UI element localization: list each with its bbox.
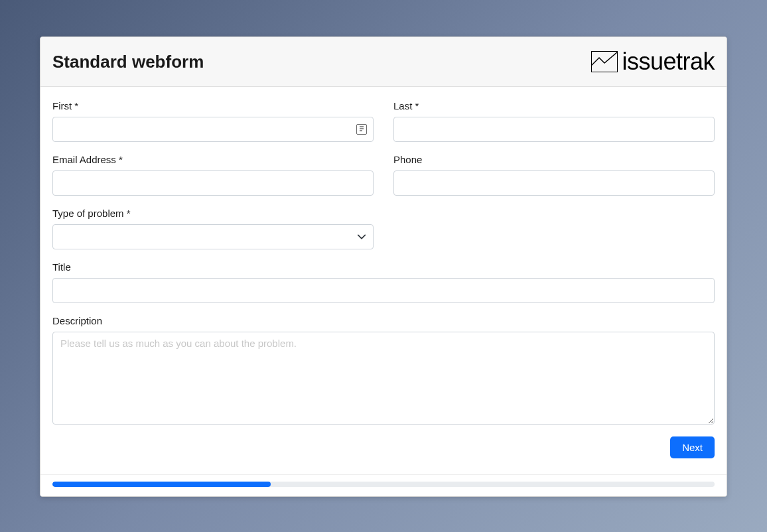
brand-name: issuetrak (622, 48, 715, 76)
problem-type-label: Type of problem * (52, 208, 374, 219)
last-name-field[interactable] (393, 117, 715, 142)
title-label: Title (52, 261, 715, 273)
issuetrak-logo-icon (591, 51, 618, 72)
description-group: Description (52, 315, 715, 425)
progress-bar (52, 482, 715, 487)
problem-type-select[interactable] (52, 224, 374, 249)
first-name-group: First * (52, 100, 374, 142)
email-field[interactable] (52, 170, 374, 196)
last-name-group: Last * (393, 100, 715, 142)
form-body: First * Last * Email Address * Phone (40, 87, 727, 474)
progress-fill (52, 482, 271, 487)
progress-container (40, 474, 727, 496)
email-group: Email Address * (52, 154, 374, 196)
problem-type-group: Type of problem * (52, 208, 374, 249)
title-field[interactable] (52, 278, 715, 303)
phone-label: Phone (393, 154, 715, 165)
brand-logo: issuetrak (591, 48, 715, 76)
row-name: First * Last * (52, 100, 715, 142)
webform-card: Standard webform issuetrak First * (40, 36, 727, 497)
description-label: Description (52, 315, 715, 326)
first-name-label: First * (52, 100, 374, 111)
next-button[interactable]: Next (670, 436, 715, 458)
row-problem: Type of problem * (52, 208, 715, 249)
phone-field[interactable] (393, 170, 715, 196)
button-row: Next (52, 436, 715, 458)
page-title: Standard webform (52, 52, 204, 72)
title-group: Title (52, 261, 715, 303)
phone-group: Phone (393, 154, 715, 196)
row-contact: Email Address * Phone (52, 154, 715, 196)
row-description: Description (52, 315, 715, 425)
card-header: Standard webform issuetrak (40, 37, 727, 87)
description-field[interactable] (52, 332, 715, 425)
row-title: Title (52, 261, 715, 303)
empty-spacer (393, 208, 715, 249)
last-name-label: Last * (393, 100, 715, 111)
first-name-field[interactable] (52, 117, 374, 142)
email-label: Email Address * (52, 154, 374, 165)
